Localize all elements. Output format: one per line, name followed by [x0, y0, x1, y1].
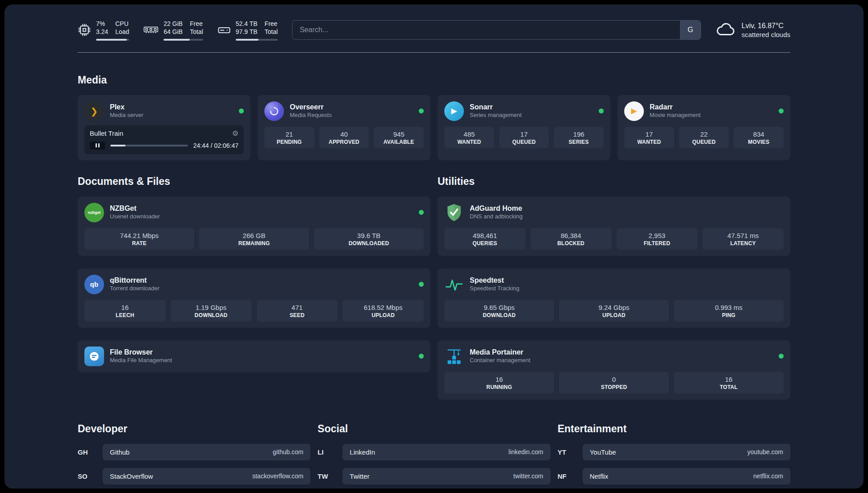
stat-tile-stopped: 0STOPPED	[559, 372, 669, 393]
stat-tile-download: 1.19 GbpsDOWNLOAD	[171, 300, 252, 322]
disk-free-value: 52.4 TB	[236, 20, 258, 28]
pause-button[interactable]	[90, 142, 105, 150]
cpu-usage-percent: 7%	[96, 20, 108, 28]
app-subtitle: Media Requests	[290, 112, 332, 119]
nzbget-icon: nzbget	[84, 203, 104, 222]
bookmark-youtube[interactable]: YT YouTubeyoutube.com	[558, 444, 790, 460]
bookmark-stackoverflow[interactable]: SO StackOverflowstackoverflow.com	[78, 468, 310, 485]
section-entertainment: Entertainment YT YouTubeyoutube.com NF N…	[558, 423, 790, 489]
search-provider-button[interactable]: G	[680, 21, 701, 39]
disk-label-top: Free	[265, 20, 278, 28]
bookmark-netflix[interactable]: NF Netflixnetflix.com	[558, 468, 790, 485]
app-name: qBittorrent	[110, 276, 159, 285]
bookmark-twitter[interactable]: TW Twittertwitter.com	[317, 468, 550, 485]
card-sonarr[interactable]: ▶ Sonarr Series management 485WANTED 17Q…	[438, 95, 610, 160]
ram-icon	[143, 25, 159, 35]
status-dot	[239, 109, 244, 113]
stat-tile-leech: 16LEECH	[84, 300, 166, 322]
search-input[interactable]	[292, 20, 701, 40]
stat-tile-movies: 834MOVIES	[734, 127, 784, 148]
bookmark-linkedin[interactable]: LI LinkedInlinkedin.com	[317, 444, 550, 460]
app-name: AdGuard Home	[470, 204, 523, 213]
status-dot	[779, 109, 784, 113]
card-adguard[interactable]: AdGuard Home DNS and adblocking 498,461Q…	[438, 196, 790, 256]
app-name: Plex	[110, 103, 143, 112]
app-name: Radarr	[650, 103, 701, 112]
status-dot	[419, 282, 424, 287]
stat-tile-ping: 0.993 msPING	[674, 300, 784, 322]
topbar: 7% 3.24 CPU Load	[78, 4, 790, 41]
section-utilities: Utilities	[438, 175, 790, 400]
stat-tile-series: 196SERIES	[554, 127, 604, 148]
status-dot	[419, 109, 424, 113]
memory-label-bottom: Total	[190, 28, 203, 36]
card-plex[interactable]: ❯ Plex Media server Bullet Train ⚙	[78, 95, 250, 160]
app-subtitle: Movie management	[650, 112, 701, 119]
status-dot	[419, 210, 424, 215]
stat-tile-upload: 9.24 GbpsUPLOAD	[559, 300, 669, 322]
section-title-documents: Documents & Files	[78, 175, 430, 188]
card-nzbget[interactable]: nzbget NZBGet Usenet downloader 744.21 M…	[78, 196, 430, 256]
app-subtitle: Media server	[110, 112, 143, 119]
section-documents: Documents & Files nzbget NZBGet Usenet d…	[78, 175, 430, 400]
playback-progress-bar[interactable]	[110, 145, 188, 146]
memory-widget: 22 GiB 64 GiB Free Total	[143, 20, 203, 41]
adguard-shield-icon	[444, 203, 464, 222]
cpu-label-bottom: Load	[115, 28, 129, 36]
status-dot	[419, 354, 424, 359]
card-radarr[interactable]: ▶ Radarr Movie management 17WANTED 22QUE…	[618, 95, 790, 160]
app-name: NZBGet	[110, 204, 160, 213]
stat-tile-pending: 21PENDING	[264, 127, 314, 148]
dashboard-panel: 7% 3.24 CPU Load	[4, 4, 864, 489]
stat-tile-queued: 17QUEUED	[499, 127, 549, 148]
stat-tile-blocked: 86,384BLOCKED	[530, 228, 612, 250]
radarr-icon: ▶	[624, 101, 644, 121]
app-name: File Browser	[110, 348, 172, 357]
app-subtitle: Speedtest Tracking	[470, 285, 519, 292]
app-name: Sonarr	[470, 103, 522, 112]
card-overseerr[interactable]: Overseerr Media Requests 21PENDING 40APP…	[258, 95, 430, 160]
stat-tile-remaining: 266 GBREMAINING	[199, 228, 309, 250]
memory-total-value: 64 GiB	[163, 28, 183, 36]
portainer-icon	[444, 347, 464, 366]
filebrowser-icon	[84, 347, 104, 366]
status-dot	[779, 354, 784, 359]
stat-tile-total: 16TOTAL	[674, 372, 784, 393]
now-playing-widget: Bullet Train ⚙ 24:44 / 02:06:47	[84, 125, 244, 154]
memory-bar	[163, 39, 203, 41]
section-title-developer: Developer	[78, 423, 310, 435]
app-subtitle: Container management	[470, 357, 530, 364]
card-portainer[interactable]: Media Portainer Container management 16R…	[438, 340, 790, 400]
app-subtitle: Torrent downloader	[110, 285, 159, 292]
stat-tile-running: 16RUNNING	[444, 372, 554, 393]
section-social: Social LI LinkedInlinkedin.com TW Twitte…	[317, 423, 550, 489]
settings-gear-icon[interactable]: ⚙	[232, 129, 238, 138]
card-qbittorrent[interactable]: qb qBittorrent Torrent downloader 16LEEC…	[78, 268, 430, 328]
qbittorrent-icon: qb	[84, 275, 104, 294]
bookmark-github[interactable]: GH Githubgithub.com	[78, 444, 310, 460]
cpu-chip-icon	[78, 23, 91, 37]
cpu-widget: 7% 3.24 CPU Load	[78, 20, 129, 41]
weather-location: Lviv, 16.87°C	[742, 21, 790, 31]
app-name: Speedtest	[470, 276, 519, 285]
section-title-media: Media	[78, 74, 790, 86]
resource-widgets: 7% 3.24 CPU Load	[78, 20, 278, 41]
stat-tile-seed: 471SEED	[257, 300, 338, 322]
card-filebrowser[interactable]: File Browser Media File Management	[78, 340, 430, 372]
stat-tile-wanted: 17WANTED	[624, 127, 674, 148]
section-title-utilities: Utilities	[438, 175, 790, 188]
status-dot	[599, 109, 604, 113]
stat-tile-queued: 22QUEUED	[679, 127, 729, 148]
section-developer: Developer GH Githubgithub.com SO StackOv…	[78, 423, 310, 489]
stat-tile-latency: 47.571 msLATENCY	[702, 228, 784, 250]
disk-widget: 52.4 TB 97.9 TB Free Total	[217, 20, 278, 41]
stat-tile-approved: 40APPROVED	[319, 127, 369, 148]
speedtest-icon	[444, 275, 464, 294]
stat-tile-filtered: 2,953FILTERED	[617, 228, 698, 250]
app-name: Overseerr	[290, 103, 332, 112]
weather-widget: Lviv, 16.87°C scattered clouds	[715, 21, 790, 40]
cpu-bar	[96, 39, 129, 41]
cloud-icon	[715, 22, 736, 38]
card-speedtest[interactable]: Speedtest Speedtest Tracking 9.65 GbpsDO…	[438, 268, 790, 328]
app-subtitle: DNS and adblocking	[470, 213, 523, 221]
